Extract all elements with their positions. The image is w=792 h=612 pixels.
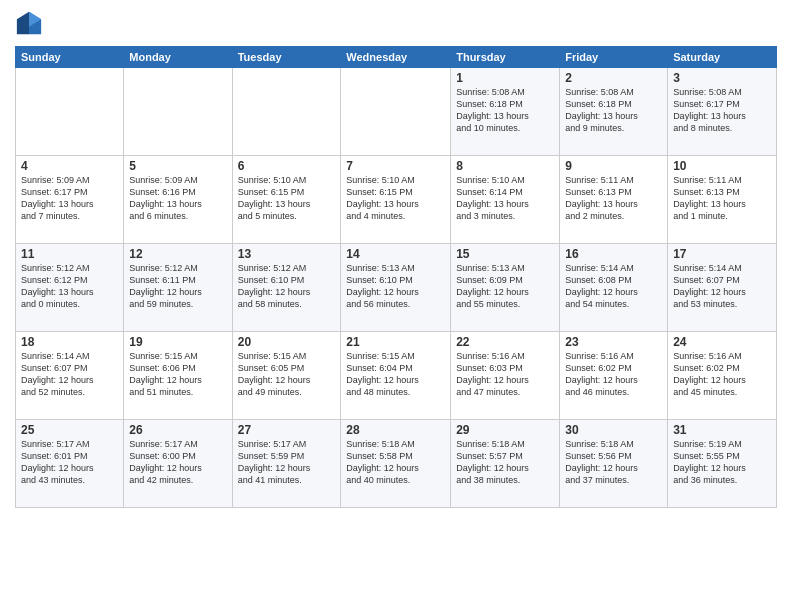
day-info: Sunrise: 5:08 AMSunset: 6:18 PMDaylight:…	[565, 86, 662, 135]
calendar-cell: 6Sunrise: 5:10 AMSunset: 6:15 PMDaylight…	[232, 156, 341, 244]
day-info: Sunrise: 5:09 AMSunset: 6:17 PMDaylight:…	[21, 174, 118, 223]
weekday-header: Friday	[560, 47, 668, 68]
calendar-cell: 10Sunrise: 5:11 AMSunset: 6:13 PMDayligh…	[668, 156, 777, 244]
day-number: 4	[21, 159, 118, 173]
calendar-cell	[16, 68, 124, 156]
day-number: 21	[346, 335, 445, 349]
day-number: 14	[346, 247, 445, 261]
day-info: Sunrise: 5:16 AMSunset: 6:02 PMDaylight:…	[565, 350, 662, 399]
day-info: Sunrise: 5:12 AMSunset: 6:10 PMDaylight:…	[238, 262, 336, 311]
calendar-cell: 7Sunrise: 5:10 AMSunset: 6:15 PMDaylight…	[341, 156, 451, 244]
day-info: Sunrise: 5:13 AMSunset: 6:09 PMDaylight:…	[456, 262, 554, 311]
day-info: Sunrise: 5:18 AMSunset: 5:58 PMDaylight:…	[346, 438, 445, 487]
calendar-cell: 25Sunrise: 5:17 AMSunset: 6:01 PMDayligh…	[16, 420, 124, 508]
day-info: Sunrise: 5:10 AMSunset: 6:15 PMDaylight:…	[238, 174, 336, 223]
calendar-cell: 24Sunrise: 5:16 AMSunset: 6:02 PMDayligh…	[668, 332, 777, 420]
day-number: 28	[346, 423, 445, 437]
day-info: Sunrise: 5:10 AMSunset: 6:14 PMDaylight:…	[456, 174, 554, 223]
day-info: Sunrise: 5:16 AMSunset: 6:02 PMDaylight:…	[673, 350, 771, 399]
calendar-cell: 19Sunrise: 5:15 AMSunset: 6:06 PMDayligh…	[124, 332, 232, 420]
day-info: Sunrise: 5:11 AMSunset: 6:13 PMDaylight:…	[673, 174, 771, 223]
day-number: 15	[456, 247, 554, 261]
weekday-header: Sunday	[16, 47, 124, 68]
calendar-cell: 5Sunrise: 5:09 AMSunset: 6:16 PMDaylight…	[124, 156, 232, 244]
calendar-cell: 22Sunrise: 5:16 AMSunset: 6:03 PMDayligh…	[451, 332, 560, 420]
day-info: Sunrise: 5:09 AMSunset: 6:16 PMDaylight:…	[129, 174, 226, 223]
weekday-header: Saturday	[668, 47, 777, 68]
day-number: 13	[238, 247, 336, 261]
day-number: 19	[129, 335, 226, 349]
calendar-cell: 20Sunrise: 5:15 AMSunset: 6:05 PMDayligh…	[232, 332, 341, 420]
day-info: Sunrise: 5:17 AMSunset: 5:59 PMDaylight:…	[238, 438, 336, 487]
calendar-week-row: 18Sunrise: 5:14 AMSunset: 6:07 PMDayligh…	[16, 332, 777, 420]
calendar-cell: 23Sunrise: 5:16 AMSunset: 6:02 PMDayligh…	[560, 332, 668, 420]
day-number: 9	[565, 159, 662, 173]
day-info: Sunrise: 5:17 AMSunset: 6:01 PMDaylight:…	[21, 438, 118, 487]
logo	[15, 10, 46, 38]
calendar-cell: 17Sunrise: 5:14 AMSunset: 6:07 PMDayligh…	[668, 244, 777, 332]
calendar-cell: 15Sunrise: 5:13 AMSunset: 6:09 PMDayligh…	[451, 244, 560, 332]
day-info: Sunrise: 5:10 AMSunset: 6:15 PMDaylight:…	[346, 174, 445, 223]
header	[15, 10, 777, 38]
calendar-cell: 1Sunrise: 5:08 AMSunset: 6:18 PMDaylight…	[451, 68, 560, 156]
day-number: 7	[346, 159, 445, 173]
calendar-cell: 14Sunrise: 5:13 AMSunset: 6:10 PMDayligh…	[341, 244, 451, 332]
calendar-cell: 16Sunrise: 5:14 AMSunset: 6:08 PMDayligh…	[560, 244, 668, 332]
day-info: Sunrise: 5:18 AMSunset: 5:57 PMDaylight:…	[456, 438, 554, 487]
day-number: 17	[673, 247, 771, 261]
calendar-cell: 2Sunrise: 5:08 AMSunset: 6:18 PMDaylight…	[560, 68, 668, 156]
day-info: Sunrise: 5:11 AMSunset: 6:13 PMDaylight:…	[565, 174, 662, 223]
day-number: 18	[21, 335, 118, 349]
calendar-cell: 12Sunrise: 5:12 AMSunset: 6:11 PMDayligh…	[124, 244, 232, 332]
svg-marker-1	[17, 12, 29, 34]
calendar-week-row: 25Sunrise: 5:17 AMSunset: 6:01 PMDayligh…	[16, 420, 777, 508]
day-info: Sunrise: 5:12 AMSunset: 6:11 PMDaylight:…	[129, 262, 226, 311]
calendar-cell: 8Sunrise: 5:10 AMSunset: 6:14 PMDaylight…	[451, 156, 560, 244]
day-info: Sunrise: 5:16 AMSunset: 6:03 PMDaylight:…	[456, 350, 554, 399]
day-number: 29	[456, 423, 554, 437]
weekday-header-row: SundayMondayTuesdayWednesdayThursdayFrid…	[16, 47, 777, 68]
calendar-cell: 9Sunrise: 5:11 AMSunset: 6:13 PMDaylight…	[560, 156, 668, 244]
calendar-cell: 4Sunrise: 5:09 AMSunset: 6:17 PMDaylight…	[16, 156, 124, 244]
calendar: SundayMondayTuesdayWednesdayThursdayFrid…	[15, 46, 777, 508]
day-info: Sunrise: 5:14 AMSunset: 6:07 PMDaylight:…	[673, 262, 771, 311]
weekday-header: Monday	[124, 47, 232, 68]
day-number: 5	[129, 159, 226, 173]
day-info: Sunrise: 5:18 AMSunset: 5:56 PMDaylight:…	[565, 438, 662, 487]
day-number: 3	[673, 71, 771, 85]
day-info: Sunrise: 5:14 AMSunset: 6:08 PMDaylight:…	[565, 262, 662, 311]
day-info: Sunrise: 5:08 AMSunset: 6:18 PMDaylight:…	[456, 86, 554, 135]
day-number: 24	[673, 335, 771, 349]
day-number: 10	[673, 159, 771, 173]
day-number: 22	[456, 335, 554, 349]
day-info: Sunrise: 5:12 AMSunset: 6:12 PMDaylight:…	[21, 262, 118, 311]
day-number: 30	[565, 423, 662, 437]
page: SundayMondayTuesdayWednesdayThursdayFrid…	[0, 0, 792, 612]
day-number: 20	[238, 335, 336, 349]
calendar-week-row: 1Sunrise: 5:08 AMSunset: 6:18 PMDaylight…	[16, 68, 777, 156]
weekday-header: Thursday	[451, 47, 560, 68]
calendar-cell	[341, 68, 451, 156]
calendar-cell: 30Sunrise: 5:18 AMSunset: 5:56 PMDayligh…	[560, 420, 668, 508]
day-info: Sunrise: 5:19 AMSunset: 5:55 PMDaylight:…	[673, 438, 771, 487]
calendar-cell: 31Sunrise: 5:19 AMSunset: 5:55 PMDayligh…	[668, 420, 777, 508]
calendar-cell: 21Sunrise: 5:15 AMSunset: 6:04 PMDayligh…	[341, 332, 451, 420]
calendar-cell: 27Sunrise: 5:17 AMSunset: 5:59 PMDayligh…	[232, 420, 341, 508]
logo-icon	[15, 10, 43, 38]
calendar-week-row: 11Sunrise: 5:12 AMSunset: 6:12 PMDayligh…	[16, 244, 777, 332]
calendar-cell: 26Sunrise: 5:17 AMSunset: 6:00 PMDayligh…	[124, 420, 232, 508]
day-info: Sunrise: 5:14 AMSunset: 6:07 PMDaylight:…	[21, 350, 118, 399]
calendar-cell: 11Sunrise: 5:12 AMSunset: 6:12 PMDayligh…	[16, 244, 124, 332]
day-info: Sunrise: 5:15 AMSunset: 6:04 PMDaylight:…	[346, 350, 445, 399]
day-number: 8	[456, 159, 554, 173]
day-info: Sunrise: 5:15 AMSunset: 6:06 PMDaylight:…	[129, 350, 226, 399]
calendar-cell: 13Sunrise: 5:12 AMSunset: 6:10 PMDayligh…	[232, 244, 341, 332]
day-number: 23	[565, 335, 662, 349]
weekday-header: Wednesday	[341, 47, 451, 68]
day-number: 1	[456, 71, 554, 85]
calendar-cell: 18Sunrise: 5:14 AMSunset: 6:07 PMDayligh…	[16, 332, 124, 420]
calendar-week-row: 4Sunrise: 5:09 AMSunset: 6:17 PMDaylight…	[16, 156, 777, 244]
calendar-cell	[232, 68, 341, 156]
calendar-cell: 28Sunrise: 5:18 AMSunset: 5:58 PMDayligh…	[341, 420, 451, 508]
calendar-cell: 29Sunrise: 5:18 AMSunset: 5:57 PMDayligh…	[451, 420, 560, 508]
